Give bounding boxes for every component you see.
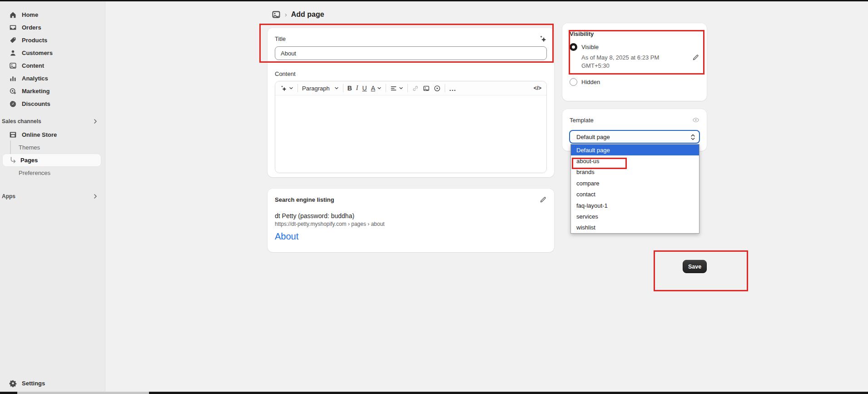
sidebar-item-label: Products [22,37,47,44]
sales-channels-heading: Sales channels [2,118,41,125]
dropdown-option-contact[interactable]: contact [571,189,699,200]
chevron-down-icon [334,86,339,90]
save-button[interactable]: Save [683,260,707,273]
edit-pencil-icon[interactable] [540,196,547,203]
dropdown-option-compare[interactable]: compare [571,178,699,189]
sidebar-item-pages[interactable]: Pages [3,154,101,166]
breadcrumb: › Add page [272,10,324,19]
sidebar-item-themes[interactable]: Themes [19,141,40,153]
more-options-button[interactable]: ... [449,85,456,92]
radio-selected-icon [570,43,577,51]
content-editor-area[interactable] [275,95,546,173]
page-title: Add page [291,10,324,19]
text-color-button[interactable]: A [371,85,382,92]
text-color-label: A [371,85,375,92]
toolbar-divider [298,84,298,92]
chevron-down-icon [289,86,293,90]
sidebar-item-content[interactable]: Content [3,59,101,72]
visible-radio-option[interactable]: Visible [570,43,699,51]
visibility-heading: Visibility [570,30,699,37]
eye-icon [692,116,699,124]
paragraph-style-dropdown[interactable]: Paragraph [302,85,339,92]
sidebar: Home Orders Products Customers Content A… [0,1,105,394]
sidebar-item-label: Online Store [22,131,57,138]
sidebar-item-products[interactable]: Products [3,34,101,46]
underline-button[interactable]: U [362,85,367,92]
code-view-button[interactable]: </> [534,85,541,91]
window-top-border [0,0,868,1]
sidebar-item-label: Preferences [19,170,50,176]
page-favicon-icon[interactable] [272,10,281,19]
content-media-icon [9,61,17,70]
seo-url-line: https://dt-petty.myshopify.com › pages ›… [275,221,547,227]
template-select[interactable]: Default page [569,130,700,144]
image-icon [423,85,430,92]
dropdown-option-services[interactable]: services [571,211,699,222]
seo-card: Search engine listing dt Petty (password… [268,189,554,252]
online-store-icon [9,130,17,139]
sidebar-item-label: Discounts [22,100,50,107]
breadcrumb-separator: › [285,11,287,18]
elbow-arrow-icon [10,157,17,164]
sidebar-item-settings[interactable]: Settings [3,377,101,389]
dropdown-option-wishlist[interactable]: wishlist [571,222,699,233]
ai-sparkle-button[interactable] [280,85,293,92]
hidden-radio-option[interactable]: Hidden [570,78,699,86]
chevron-down-icon [399,86,403,90]
visibility-card: Visibility Visible As of May 8, 2025 at … [562,23,707,101]
dropdown-option-default-page[interactable]: Default page [571,145,699,155]
italic-button[interactable]: I [356,85,358,92]
sales-channels-section[interactable]: Sales channels [2,118,98,125]
tree-connector-line [10,140,11,156]
video-play-icon [434,85,441,92]
sidebar-item-analytics[interactable]: Analytics [3,72,101,85]
ai-sparkle-icon [280,85,287,92]
alignment-button[interactable] [390,85,403,92]
ai-sparkle-icon[interactable] [539,35,547,43]
insert-link-button[interactable] [412,85,419,92]
bold-button[interactable]: B [347,85,352,92]
dropdown-option-brands[interactable]: brands [571,167,699,178]
sidebar-item-label: Content [22,62,44,69]
sidebar-item-marketing[interactable]: Marketing [3,85,101,97]
sidebar-item-orders[interactable]: Orders [3,21,101,34]
sidebar-item-label: Customers [22,50,53,56]
visible-date-note: As of May 8, 2025 at 6:23 PM GMT+5:30 [581,54,672,70]
shopify-admin-window: Home Orders Products Customers Content A… [0,0,868,394]
sidebar-item-home[interactable]: Home [3,8,101,21]
title-label: Title [275,35,286,42]
insert-image-button[interactable] [423,85,430,92]
products-tag-icon [9,36,17,44]
chevron-down-icon [377,86,382,90]
radio-unselected-icon [570,78,577,86]
insert-video-button[interactable] [434,85,441,92]
sidebar-item-discounts[interactable]: Discounts [3,97,101,110]
editor-toolbar: Paragraph B I U A [275,81,546,95]
seo-page-title-link[interactable]: About [275,231,547,242]
edit-pencil-icon[interactable] [692,54,699,61]
template-heading: Template [570,117,594,124]
discounts-badge-icon [9,100,17,108]
customers-person-icon [9,49,17,57]
hidden-label: Hidden [581,79,600,85]
sidebar-item-online-store[interactable]: Online Store [3,128,101,141]
template-selected-value: Default page [576,134,610,140]
gear-icon [9,379,17,387]
horizontal-scrollbar-thumb[interactable] [17,392,149,394]
dropdown-option-about-us[interactable]: about-us [571,155,699,166]
sidebar-item-label: Orders [22,24,41,31]
title-content-card: Title Content Paragraph B I U [268,28,554,177]
title-input[interactable] [275,46,547,60]
dropdown-option-faq-layout-1[interactable]: faq-layout-1 [571,200,699,211]
apps-section[interactable]: Apps [2,193,98,199]
apps-heading: Apps [2,193,15,199]
sidebar-item-preferences[interactable]: Preferences [19,167,50,179]
sidebar-item-customers[interactable]: Customers [3,46,101,59]
link-icon [412,85,419,92]
sidebar-item-label: Analytics [22,75,48,82]
paragraph-label: Paragraph [302,85,330,92]
rich-text-editor: Paragraph B I U A [275,81,547,173]
chevron-right-icon [93,194,98,199]
sidebar-item-label: Pages [20,157,38,164]
sidebar-item-label: Home [22,11,38,18]
